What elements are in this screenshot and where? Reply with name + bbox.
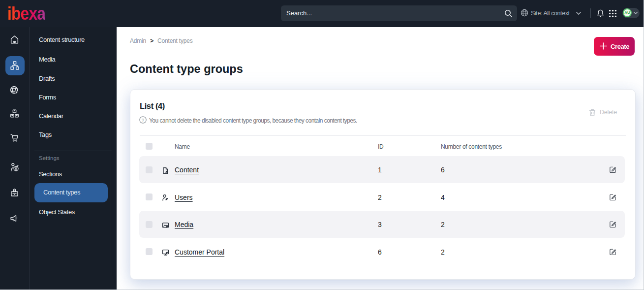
svg-text:?: ? [142, 118, 144, 123]
